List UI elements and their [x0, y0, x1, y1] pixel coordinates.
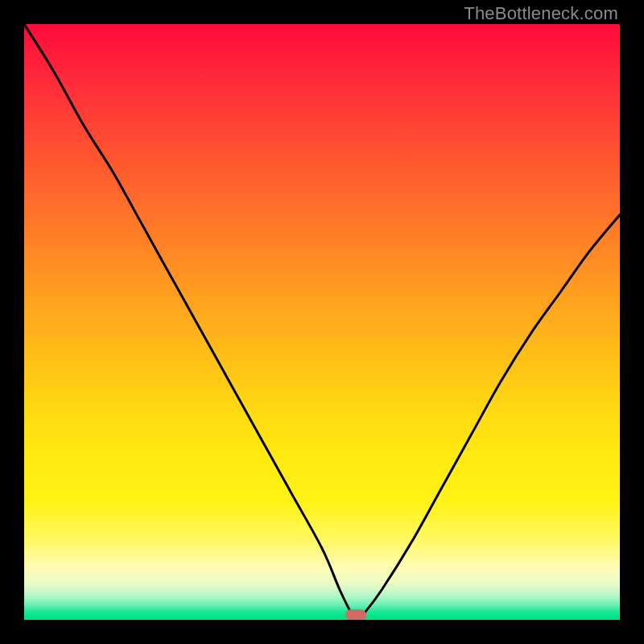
- optimum-marker: [345, 609, 366, 620]
- watermark-text: TheBottleneck.com: [464, 3, 618, 24]
- chart-frame: TheBottleneck.com: [0, 0, 644, 644]
- bottleneck-curve: [24, 24, 620, 620]
- plot-area: [24, 24, 620, 620]
